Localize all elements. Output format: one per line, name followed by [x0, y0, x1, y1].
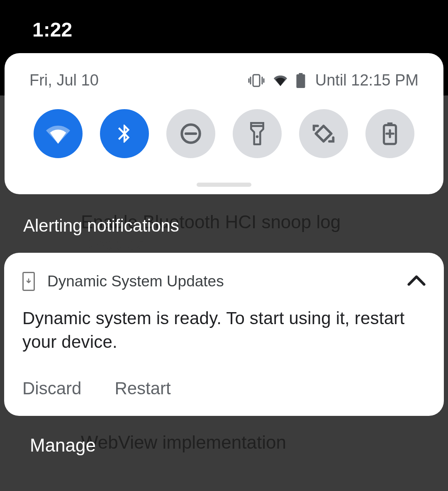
background-row: WebView implementation	[81, 432, 448, 453]
qs-tile-wifi[interactable]	[34, 109, 83, 158]
qs-tile-battery-saver[interactable]	[365, 109, 414, 158]
autorotate-icon	[311, 122, 336, 145]
flashlight-icon	[248, 121, 266, 146]
svg-rect-6	[387, 122, 392, 125]
svg-point-4	[256, 135, 259, 138]
manage-button[interactable]: Manage	[30, 435, 96, 456]
collapse-icon[interactable]	[407, 275, 426, 288]
status-bar-clock: 1:22	[32, 18, 72, 41]
quick-settings-date: Fri, Jul 10	[29, 71, 99, 89]
wifi-icon	[46, 122, 70, 146]
alarm-until-label: Until 12:15 PM	[315, 71, 419, 89]
notification-header: Dynamic System Updates	[22, 272, 426, 291]
bluetooth-icon	[114, 122, 135, 146]
notifications-section-label: Alerting notifications	[23, 216, 179, 236]
notification-card[interactable]: Dynamic System Updates Dynamic system is…	[4, 253, 444, 416]
notification-header-left: Dynamic System Updates	[22, 272, 224, 291]
notification-body: Dynamic system is ready. To start using …	[22, 307, 426, 354]
dnd-icon	[179, 122, 203, 146]
system-update-icon	[22, 272, 35, 291]
qs-tile-autorotate[interactable]	[299, 109, 348, 158]
notification-app-name: Dynamic System Updates	[47, 273, 224, 290]
quick-settings-tiles	[29, 109, 419, 158]
qs-tile-dnd[interactable]	[166, 109, 215, 158]
notification-actions: Discard Restart	[22, 379, 426, 398]
background-row-title: WebView implementation	[81, 432, 448, 453]
qs-tile-bluetooth[interactable]	[100, 109, 149, 158]
battery-status-icon	[296, 73, 305, 88]
vibrate-icon	[248, 74, 265, 87]
status-icons: Until 12:15 PM	[248, 71, 419, 89]
background-row-subtitle: Disabled	[81, 235, 448, 254]
restart-button[interactable]: Restart	[114, 379, 170, 398]
wifi-status-icon	[272, 74, 289, 87]
discard-button[interactable]: Discard	[22, 379, 81, 398]
quick-settings-panel: Fri, Jul 10 Until 12:15 PM	[5, 53, 443, 194]
quick-settings-handle[interactable]	[197, 183, 251, 187]
quick-settings-header: Fri, Jul 10 Until 12:15 PM	[29, 71, 419, 89]
svg-rect-0	[253, 75, 260, 86]
battery-saver-icon	[382, 122, 398, 146]
qs-tile-flashlight[interactable]	[233, 109, 282, 158]
